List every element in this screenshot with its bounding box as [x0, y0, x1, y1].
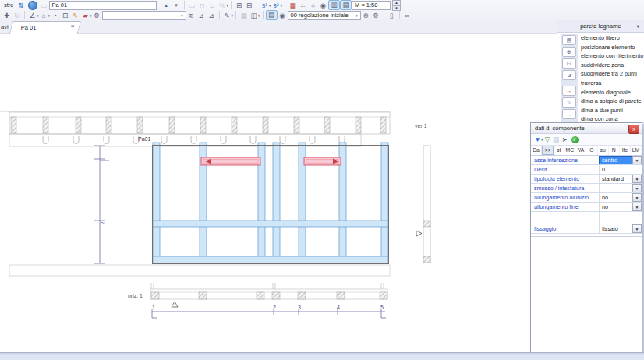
field-value[interactable]: 0: [599, 165, 642, 174]
app-icon[interactable]: [28, 1, 37, 10]
red-element-2[interactable]: [304, 157, 341, 165]
field-value[interactable]: centro: [599, 156, 632, 164]
reference-tool-icon[interactable]: ⊡: [562, 58, 576, 69]
dialog-tab-o[interactable]: O: [586, 146, 597, 155]
binder-band[interactable]: [9, 134, 361, 146]
tab-close-icon[interactable]: ×: [69, 23, 76, 30]
dropdown-button[interactable]: ▼: [632, 224, 642, 233]
doc-icon[interactable]: ▭: [39, 1, 49, 10]
dropdown-button[interactable]: ▼: [632, 193, 642, 202]
ver-strip[interactable]: [423, 146, 430, 263]
pencil-icon[interactable]: ✎: [70, 11, 80, 20]
clamp-icon[interactable]: ▽: [543, 135, 552, 144]
tool-item-elemento-riferimento[interactable]: elemento con riferimento al ci: [581, 51, 644, 61]
view2-icon[interactable]: ▤: [340, 0, 352, 10]
send-icon[interactable]: ➤: [561, 135, 569, 144]
tab-partial[interactable]: avi: [1, 23, 9, 30]
field-value[interactable]: no: [599, 203, 632, 211]
tool-item-posizionare-elemento[interactable]: posizionare elemento: [581, 43, 644, 52]
frame-icon[interactable]: ▭: [187, 1, 197, 10]
settings1-icon[interactable]: ⊛: [361, 11, 371, 20]
dialog-close-button[interactable]: x: [628, 125, 639, 134]
scale-input[interactable]: M = 1:50: [352, 1, 391, 10]
hand-icon[interactable]: ◉: [278, 11, 288, 20]
dialog-tab-mc[interactable]: MC: [564, 146, 575, 155]
bottom-plate[interactable]: [153, 256, 388, 263]
dima-points-icon[interactable]: ⇅: [562, 97, 576, 108]
display-icon[interactable]: ▤: [266, 10, 278, 20]
field-value[interactable]: no: [599, 193, 632, 202]
field-value[interactable]: fissato: [599, 224, 632, 233]
top-beam-band[interactable]: [0, 111, 390, 134]
dialog-tab-lm[interactable]: LM: [631, 146, 642, 155]
paste-icon[interactable]: ⊟: [244, 1, 254, 10]
menu-fragment[interactable]: stre: [2, 2, 16, 9]
stud[interactable]: [381, 143, 388, 263]
reference-combo[interactable]: ▾: [102, 11, 186, 20]
dialog-tab-st[interactable]: st: [554, 146, 564, 155]
bottom-rail-band[interactable]: [9, 265, 390, 276]
view1-icon[interactable]: ▥: [328, 0, 340, 10]
window-icon[interactable]: ▯: [387, 11, 397, 20]
dropdown-button[interactable]: ▼: [632, 203, 642, 211]
dropdown-button[interactable]: ▼: [632, 175, 642, 183]
dialog-tab-more[interactable]: >>: [542, 146, 554, 155]
grid-icon[interactable]: ▦: [239, 11, 249, 20]
dropdown-button[interactable]: ▼: [632, 156, 642, 164]
search-icon[interactable]: ∞: [402, 11, 412, 20]
regulation-combo[interactable]: 00 regolazione iniziale ▾: [288, 11, 361, 20]
ruler2-icon[interactable]: ⊿: [207, 11, 217, 20]
confirm-icon[interactable]: ✓: [571, 136, 579, 143]
tool-item-suddividere-2-punti[interactable]: suddividere tra 2 punti: [581, 69, 644, 79]
protractor-icon[interactable]: ◔: [50, 11, 60, 20]
node-icon[interactable]: ○: [308, 1, 318, 10]
rotate-icon[interactable]: ↻: [12, 11, 22, 20]
copy-icon[interactable]: ⊞: [234, 1, 244, 10]
tool-item-elemento-libero[interactable]: elemento libero: [581, 34, 644, 43]
stud[interactable]: [153, 143, 160, 263]
settings2-icon[interactable]: ⚙: [371, 11, 381, 20]
field-value[interactable]: - - -: [599, 184, 632, 192]
lock-open-icon[interactable]: ⊓: [197, 1, 207, 10]
gear-icon[interactable]: ⚙: [92, 11, 102, 20]
dialog-title-bar[interactable]: dati d. componente: [531, 123, 642, 134]
tool-group-dropdown[interactable]: parete legname ▼: [557, 20, 644, 33]
oriz-band[interactable]: [150, 283, 387, 299]
marquee-icon[interactable]: ⊡: [60, 11, 70, 20]
down-icon[interactable]: ▾: [172, 1, 182, 10]
wall-frame[interactable]: [153, 143, 389, 264]
up-icon[interactable]: ▴: [161, 1, 172, 10]
lock-closed-icon[interactable]: ⊔: [207, 1, 218, 10]
stud[interactable]: [273, 143, 280, 263]
dialog-tab-da[interactable]: Da: [531, 146, 542, 155]
move-icon[interactable]: ✚: [2, 11, 12, 20]
tool-item-elemento-diagonale[interactable]: elemento diagonale: [581, 88, 644, 97]
tool-item-suddividere-zona[interactable]: suddividere zona: [581, 61, 644, 70]
place-tool-icon[interactable]: ⊕: [562, 47, 576, 57]
document-combo[interactable]: Pa 01: [49, 1, 157, 10]
svg-text:1: 1: [152, 305, 155, 310]
target-icon[interactable]: ◉: [318, 1, 328, 10]
zone-tool-icon[interactable]: ▤: [562, 35, 576, 45]
red-element-1[interactable]: [201, 157, 260, 165]
dropdown-button[interactable]: ▼: [632, 184, 642, 192]
rail[interactable]: [153, 221, 388, 227]
tool-item-dima-due-punti[interactable]: dima a due punti: [581, 106, 644, 115]
save-icon[interactable]: ▤: [552, 135, 561, 144]
divide-tool-icon[interactable]: ⊿: [562, 70, 576, 80]
dots-icon[interactable]: ∴: [298, 1, 308, 10]
sync-icon[interactable]: ⇅: [16, 1, 27, 10]
dialog-tab-su[interactable]: su: [598, 146, 609, 155]
dialog-tab-n[interactable]: N: [609, 146, 620, 155]
wall-icon[interactable]: ▦: [288, 1, 298, 10]
dialog-tab-va[interactable]: VA: [575, 146, 586, 155]
dima-zone-icon[interactable]: ↔: [562, 109, 576, 119]
scale-spinner[interactable]: ▲▼: [392, 0, 401, 11]
dima-edge-icon[interactable]: ↔: [562, 86, 576, 96]
dialog-tab-ifc[interactable]: Ifc: [620, 146, 631, 155]
ruler1-icon[interactable]: ⊿: [196, 11, 207, 20]
tool-item-traversa[interactable]: traversa: [581, 79, 644, 88]
field-value[interactable]: standard: [599, 175, 632, 183]
approx-icon[interactable]: ≋: [186, 11, 196, 20]
tool-item-dima-spigolo[interactable]: dima a spigolo di parete: [581, 97, 644, 106]
